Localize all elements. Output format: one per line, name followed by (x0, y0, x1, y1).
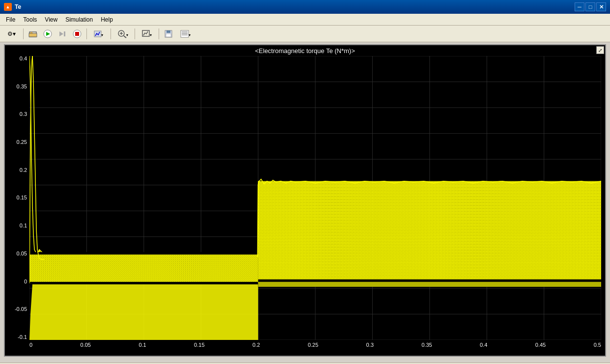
window-title: Te (15, 3, 575, 10)
zoom-in-button[interactable]: ▾ (113, 28, 132, 40)
settings-button[interactable]: ⚙▾ (2, 28, 21, 40)
y-label-10: -0.1 (18, 335, 27, 340)
y-label-4: 0.2 (20, 168, 27, 173)
chart-svg (29, 56, 601, 340)
x-label-6: 0.3 (366, 342, 374, 348)
x-label-5: 0.25 (308, 342, 318, 348)
svg-text:▾: ▾ (150, 33, 152, 37)
menu-help[interactable]: Help (97, 15, 117, 24)
y-label-0: 0.4 (20, 56, 27, 61)
stop-icon (73, 29, 82, 38)
menu-file[interactable]: File (2, 15, 19, 24)
y-label-2: 0.3 (20, 112, 27, 117)
toolbar-sep-2 (86, 28, 87, 39)
phase2-noise (258, 181, 601, 285)
x-label-0: 0 (29, 342, 32, 348)
toolbar-sep-5 (159, 28, 159, 39)
expand-button[interactable]: ⤢ (596, 46, 604, 54)
x-label-8: 0.4 (480, 342, 487, 348)
x-label-9: 0.45 (535, 342, 546, 348)
app-icon: ▲ (4, 3, 12, 11)
spike-line (29, 56, 44, 254)
menu-view[interactable]: View (41, 15, 61, 24)
y-label-3: 0.25 (17, 140, 27, 145)
save-config-button[interactable] (162, 28, 175, 40)
open-button[interactable] (26, 28, 40, 40)
toolbar-sep-3 (111, 28, 111, 39)
y-label-8: 0 (24, 279, 27, 284)
phase1-noise (29, 254, 258, 284)
svg-text:▾: ▾ (101, 33, 103, 37)
y-label-7: 0.05 (17, 251, 27, 256)
y-axis: 0.4 0.35 0.3 0.25 0.2 0.15 0.1 0.05 0 -0… (5, 56, 29, 340)
y-label-9: -0.05 (15, 307, 27, 312)
title-bar: ▲ Te ─ □ ✕ (0, 0, 610, 14)
x-label-10: 0.5 (594, 342, 601, 348)
svg-rect-19 (166, 34, 171, 37)
zoom-in-icon: ▾ (117, 29, 128, 38)
settings-icon: ⚙▾ (7, 30, 16, 37)
save-config-icon (164, 29, 173, 38)
x-label-4: 0.2 (252, 342, 260, 348)
simulate-dropdown-button[interactable]: ▾ (89, 28, 108, 40)
svg-rect-20 (181, 30, 189, 37)
plot-area: ⤢ <Electromagnetic torque Te (N*m)> 0.4 … (0, 44, 610, 363)
x-axis: 0 0.05 0.1 0.15 0.2 0.25 0.3 0.35 0.4 0.… (29, 341, 601, 355)
phase2-bottom-yellow (258, 282, 601, 287)
play-icon (43, 29, 52, 38)
minimize-button[interactable]: ─ (575, 2, 584, 11)
menu-simulation[interactable]: Simulation (61, 15, 97, 24)
y-label-6: 0.1 (20, 223, 27, 228)
toolbar: ⚙▾ ▾ (0, 26, 610, 42)
y-label-1: 0.35 (17, 84, 27, 89)
x-label-7: 0.35 (421, 342, 432, 348)
initial-fall (32, 56, 44, 259)
parameters-icon: ▾ (180, 29, 191, 38)
simulate-icon: ▾ (94, 29, 104, 38)
step-forward-button[interactable] (55, 28, 69, 40)
svg-rect-7 (75, 32, 79, 36)
stop-button[interactable] (70, 28, 84, 40)
svg-rect-5 (64, 31, 65, 36)
menu-bar: File Tools View Simulation Help (0, 14, 610, 26)
toolbar-sep-4 (135, 28, 135, 39)
y-label-5: 0.15 (17, 195, 27, 200)
step-forward-icon (58, 29, 67, 38)
toolbar-sep-1 (23, 28, 24, 39)
maximize-button[interactable]: □ (585, 2, 595, 11)
autoscale-icon: ▾ (141, 29, 152, 38)
run-button[interactable] (41, 28, 55, 40)
parameters-button[interactable]: ▾ (176, 28, 195, 40)
menu-tools[interactable]: Tools (19, 15, 41, 24)
plot-window: ⤢ <Electromagnetic torque Te (N*m)> 0.4 … (4, 44, 606, 357)
svg-text:▾: ▾ (126, 33, 128, 37)
chart-canvas[interactable] (29, 56, 601, 340)
close-button[interactable]: ✕ (596, 2, 606, 11)
x-label-1: 0.05 (81, 342, 91, 348)
svg-marker-4 (59, 31, 63, 36)
open-icon (28, 29, 37, 38)
chart-title: <Electromagnetic torque Te (N*m)> (5, 45, 605, 56)
x-label-2: 0.1 (139, 342, 146, 348)
svg-text:▾: ▾ (189, 33, 191, 37)
window-controls: ─ □ ✕ (575, 2, 606, 11)
svg-rect-18 (166, 30, 170, 33)
autoscale-button[interactable]: ▾ (138, 28, 156, 40)
x-label-3: 0.15 (194, 342, 204, 348)
svg-rect-1 (29, 33, 37, 37)
